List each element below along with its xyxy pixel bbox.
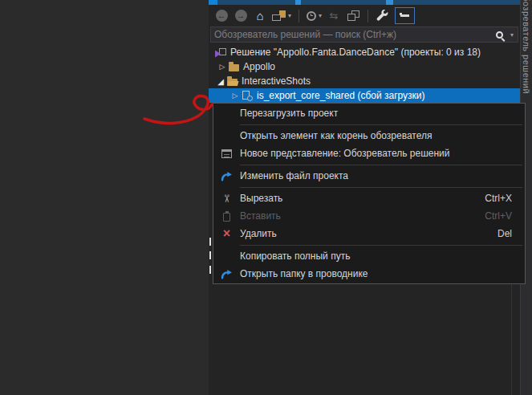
background-text-artifact <box>209 238 211 246</box>
toolbar-separator <box>298 10 299 22</box>
folder-open-icon <box>227 79 238 86</box>
switch-views-icon <box>272 10 286 21</box>
tree-row-label: Appollo <box>243 61 275 72</box>
menu-separator <box>240 165 522 165</box>
menu-item-open-folder-in-explorer[interactable]: Открыть папку в проводнике <box>213 265 525 283</box>
scrollbar-track-edge <box>511 283 512 395</box>
context-menu: Перезагрузить проект Открыть элемент как… <box>213 103 526 284</box>
tree-row-folder-interactiveshots[interactable]: ◢ InteractiveShots <box>209 74 520 88</box>
tree-row-label: InteractiveShots <box>242 75 311 87</box>
expander-collapsed-icon[interactable]: ▷ <box>231 92 239 100</box>
home-button[interactable]: ⌂ <box>253 8 267 24</box>
expander-collapsed-icon[interactable]: ▷ <box>218 63 226 71</box>
chevron-down-icon: ▾ <box>288 12 291 19</box>
tree-row-label: is_export_core_shared (сбой загрузки) <box>257 90 425 101</box>
red-arrow-annotation <box>141 88 221 128</box>
preview-selected-items-toggle[interactable] <box>395 7 415 24</box>
forward-button[interactable]: → <box>234 8 248 24</box>
folder-closed-icon <box>229 64 239 71</box>
background-text-artifact <box>209 266 211 274</box>
clipboard-icon <box>223 213 230 222</box>
background-text-artifact <box>209 251 211 259</box>
menu-separator <box>240 187 522 188</box>
menu-item-reload-project[interactable]: Перезагрузить проект <box>213 104 525 122</box>
properties-wrench-button[interactable] <box>376 8 390 24</box>
side-tab-label: Обозреватель решений <box>522 0 531 94</box>
clock-icon <box>307 11 316 21</box>
curved-arrow-icon <box>221 269 233 279</box>
search-icon[interactable] <box>496 31 503 39</box>
project-unloaded-icon <box>242 91 253 101</box>
tree-row-label: Решение "Appollo.Fanta.DanceDance" (прое… <box>230 47 481 58</box>
pending-changes-filter-button[interactable]: ▾ <box>307 8 322 24</box>
menu-separator <box>240 124 522 125</box>
tree-row-folder-appollo[interactable]: ▷ Appollo <box>209 59 520 74</box>
back-button[interactable]: ← <box>214 8 229 24</box>
menu-item-delete[interactable]: × Удалить Del <box>213 225 525 242</box>
solution-tree: Решение "Appollo.Fanta.DanceDance" (прое… <box>209 45 520 103</box>
back-icon: ← <box>216 10 228 22</box>
menu-shortcut: Ctrl+V <box>485 210 525 222</box>
switch-views-button[interactable]: ▾ <box>272 8 291 24</box>
search-input[interactable]: Обозреватель решений — поиск (Ctrl+ж) ▾ <box>210 26 518 43</box>
chevron-down-icon: ▾ <box>319 12 322 19</box>
forward-icon: → <box>235 10 247 22</box>
solution-explorer-toolbar: ← → ⌂ ▾ ▾ ⇆ <box>209 5 520 26</box>
menu-item-new-view[interactable]: Новое представление: Обозреватель решени… <box>213 145 525 162</box>
scissors-icon: ✂ <box>221 194 233 203</box>
menu-shortcut: Del <box>497 228 525 239</box>
delete-x-icon: × <box>223 228 230 239</box>
menu-separator <box>240 245 522 246</box>
sync-icon: ⇆ <box>330 10 339 22</box>
menu-item-open-as-root[interactable]: Открыть элемент как корень обозревателя <box>213 127 525 145</box>
tree-row-solution[interactable]: Решение "Appollo.Fanta.DanceDance" (прое… <box>209 45 520 59</box>
sync-with-active-document-button[interactable]: ⇆ <box>327 8 341 24</box>
home-icon: ⌂ <box>256 9 263 23</box>
menu-shortcut: Ctrl+X <box>485 193 525 204</box>
menu-item-edit-project-file[interactable]: Изменить файл проекта <box>213 167 525 185</box>
search-dropdown-chevron-icon[interactable]: ▾ <box>510 31 514 39</box>
menu-item-paste[interactable]: Вставить Ctrl+V <box>213 207 525 225</box>
screenshot-root: ← → ⌂ ▾ ▾ ⇆ Обозреватель ре <box>0 0 532 395</box>
new-solution-explorer-view-icon <box>221 149 232 158</box>
solution-icon <box>215 47 226 58</box>
menu-item-copy-full-path[interactable]: Копировать полный путь <box>213 247 525 265</box>
menu-item-cut[interactable]: ✂ Вырезать Ctrl+X <box>213 189 525 207</box>
search-placeholder: Обозреватель решений — поиск (Ctrl+ж) <box>214 29 496 40</box>
toolbar-separator <box>368 10 368 22</box>
curved-arrow-icon <box>221 171 233 181</box>
wrench-icon <box>376 10 389 22</box>
stacked-windows-icon <box>347 10 359 21</box>
show-all-files-button[interactable] <box>346 8 360 24</box>
expander-expanded-icon[interactable]: ◢ <box>217 77 225 86</box>
tree-row-project-unloaded[interactable]: ▷ is_export_core_shared (сбой загрузки) <box>209 88 520 103</box>
